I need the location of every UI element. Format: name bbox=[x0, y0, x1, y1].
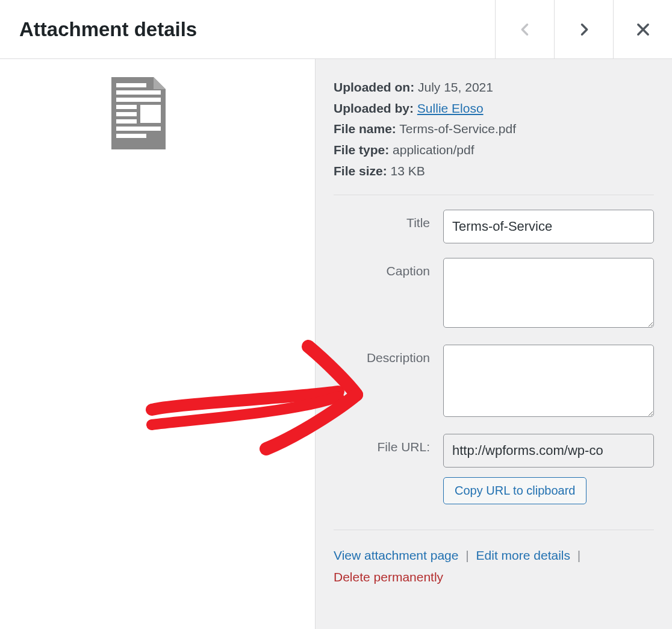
divider bbox=[334, 195, 654, 195]
svg-rect-7 bbox=[116, 112, 137, 116]
close-icon bbox=[635, 21, 652, 38]
attachment-details-panel: Uploaded on: July 15, 2021 Uploaded by: … bbox=[316, 59, 672, 629]
edit-more-details-link[interactable]: Edit more details bbox=[476, 548, 570, 562]
description-input[interactable] bbox=[443, 345, 654, 417]
chevron-right-icon bbox=[576, 21, 593, 38]
view-attachment-page-link[interactable]: View attachment page bbox=[334, 548, 458, 562]
svg-rect-6 bbox=[140, 105, 161, 123]
description-label: Description bbox=[334, 345, 443, 419]
file-url-input[interactable]: http://wpforms.com/wp-co bbox=[443, 434, 654, 468]
svg-rect-2 bbox=[116, 83, 146, 87]
title-label: Title bbox=[334, 210, 443, 243]
meta-uploaded-by: Uploaded by: Sullie Eloso bbox=[334, 98, 654, 119]
modal-header: Attachment details bbox=[0, 0, 672, 59]
meta-file-type: File type: application/pdf bbox=[334, 140, 654, 161]
svg-rect-8 bbox=[116, 119, 137, 124]
caption-label: Caption bbox=[334, 258, 443, 330]
svg-rect-10 bbox=[116, 134, 146, 138]
modal-title: Attachment details bbox=[0, 18, 197, 41]
action-links: View attachment page | Edit more details… bbox=[334, 545, 654, 587]
attachment-preview-panel bbox=[0, 59, 316, 629]
meta-uploaded-on: Uploaded on: July 15, 2021 bbox=[334, 77, 654, 98]
copy-url-button[interactable]: Copy URL to clipboard bbox=[443, 477, 586, 504]
caption-row: Caption bbox=[334, 258, 654, 330]
caption-input[interactable] bbox=[443, 258, 654, 328]
svg-marker-1 bbox=[154, 77, 166, 89]
svg-rect-9 bbox=[116, 127, 161, 131]
description-row: Description bbox=[334, 345, 654, 419]
meta-file-name: File name: Terms-of-Service.pdf bbox=[334, 119, 654, 140]
svg-rect-3 bbox=[116, 90, 161, 95]
title-input[interactable] bbox=[443, 210, 654, 243]
svg-rect-4 bbox=[116, 98, 161, 102]
close-button[interactable] bbox=[613, 0, 672, 58]
chevron-left-icon bbox=[517, 21, 534, 38]
file-url-row: File URL: http://wpforms.com/wp-co Copy … bbox=[334, 434, 654, 504]
delete-permanently-link[interactable]: Delete permanently bbox=[334, 570, 443, 584]
header-actions bbox=[495, 0, 672, 58]
title-row: Title bbox=[334, 210, 654, 243]
document-icon bbox=[111, 77, 190, 152]
prev-button bbox=[495, 0, 554, 58]
uploaded-by-link[interactable]: Sullie Eloso bbox=[417, 101, 484, 115]
meta-file-size: File size: 13 KB bbox=[334, 161, 654, 182]
divider bbox=[334, 530, 654, 530]
file-url-label: File URL: bbox=[334, 434, 443, 504]
svg-rect-5 bbox=[116, 105, 137, 109]
next-button[interactable] bbox=[554, 0, 613, 58]
